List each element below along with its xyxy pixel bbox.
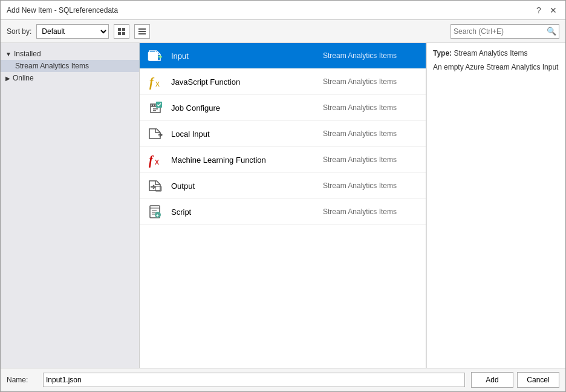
close-button[interactable]: ✕ [547, 4, 559, 16]
list-item-ml-function[interactable]: f x Machine Learning Function Stream Ana… [140, 147, 426, 173]
title-bar-controls: ? ✕ [533, 4, 559, 16]
detail-type-row: Type: Stream Analytics Items [433, 49, 559, 57]
title-bar: Add New Item - SQLreferencedata ? ✕ [1, 1, 565, 20]
sidebar-item-stream-analytics-label: Stream Analytics Items [15, 62, 89, 70]
list-item-input[interactable]: Input Stream Analytics Items [140, 43, 426, 69]
output-icon [146, 176, 165, 195]
js-function-icon: f x [146, 72, 165, 91]
help-button[interactable]: ? [533, 4, 545, 16]
name-input[interactable] [43, 373, 465, 387]
installed-section: ▼ Installed Stream Analytics Items [1, 48, 139, 72]
local-input-category: Stream Analytics Items [323, 129, 420, 138]
main-content: ▼ Installed Stream Analytics Items ▶ Onl… [1, 43, 565, 368]
svg-rect-6 [138, 33, 146, 34]
detail-pane: Type: Stream Analytics Items An empty Az… [426, 43, 565, 368]
output-category: Stream Analytics Items [323, 181, 420, 190]
ml-function-category: Stream Analytics Items [323, 155, 420, 164]
detail-type-label: Type: [433, 49, 452, 57]
svg-rect-3 [122, 32, 125, 35]
job-configure-name: Job Configure [171, 103, 323, 113]
grid-view-button[interactable] [114, 24, 129, 39]
svg-rect-4 [138, 28, 146, 30]
installed-label: Installed [14, 50, 41, 58]
add-button[interactable]: Add [471, 372, 513, 388]
installed-section-header[interactable]: ▼ Installed [1, 48, 139, 60]
svg-text:f: f [149, 76, 155, 90]
item-list: Input Stream Analytics Items f x JavaScr… [140, 43, 426, 368]
sidebar: ▼ Installed Stream Analytics Items ▶ Onl… [1, 43, 140, 368]
toolbar: Sort by: DefaultNameCategory 🔍 [1, 20, 565, 43]
js-function-category: Stream Analytics Items [323, 77, 420, 86]
svg-rect-2 [118, 32, 121, 35]
sidebar-item-stream-analytics[interactable]: Stream Analytics Items [1, 60, 139, 72]
svg-rect-5 [138, 31, 146, 32]
job-configure-category: Stream Analytics Items [323, 103, 420, 112]
add-new-item-dialog: Add New Item - SQLreferencedata ? ✕ Sort… [0, 0, 566, 392]
svg-text:x: x [155, 79, 160, 88]
sort-label: Sort by: [7, 27, 31, 36]
svg-text:+: + [156, 213, 159, 218]
svg-point-11 [154, 105, 156, 106]
search-input[interactable] [454, 27, 547, 36]
sort-select[interactable]: DefaultNameCategory [36, 24, 109, 39]
ml-function-name: Machine Learning Function [171, 155, 323, 165]
script-category: Stream Analytics Items [323, 207, 420, 216]
online-section: ▶ Online [1, 72, 139, 84]
list-view-button[interactable] [134, 24, 150, 39]
input-name: Input [171, 51, 323, 60]
search-icon: 🔍 [547, 27, 556, 36]
action-buttons: Add Cancel [471, 372, 559, 388]
name-label: Name: [7, 376, 37, 384]
list-item-job-configure[interactable]: Job Configure Stream Analytics Items [140, 95, 426, 121]
local-input-name: Local Input [171, 129, 323, 139]
online-expand-arrow: ▶ [5, 75, 10, 82]
list-item-output[interactable]: Output Stream Analytics Items [140, 173, 426, 199]
input-category: Stream Analytics Items [323, 51, 420, 60]
script-icon: + [146, 202, 165, 221]
script-name: Script [171, 207, 323, 217]
output-name: Output [171, 181, 323, 191]
online-section-header[interactable]: ▶ Online [1, 72, 139, 84]
detail-type-value: Stream Analytics Items [454, 49, 527, 57]
svg-rect-0 [118, 28, 121, 31]
cancel-button[interactable]: Cancel [517, 372, 559, 388]
svg-point-10 [152, 105, 154, 106]
list-item-script[interactable]: + Script Stream Analytics Items [140, 199, 426, 225]
svg-rect-1 [122, 28, 125, 31]
search-box: 🔍 [451, 24, 559, 39]
dialog-title: Add New Item - SQLreferencedata [7, 6, 118, 15]
svg-text:f: f [149, 154, 154, 168]
detail-description: An empty Azure Stream Analytics Input [433, 62, 559, 73]
installed-expand-arrow: ▼ [5, 51, 11, 57]
job-configure-icon [146, 98, 165, 117]
js-function-name: JavaScript Function [171, 77, 323, 87]
local-input-icon [146, 124, 165, 143]
list-item-js-function[interactable]: f x JavaScript Function Stream Analytics… [140, 69, 426, 95]
ml-function-icon: f x [146, 150, 165, 169]
list-item-local-input[interactable]: Local Input Stream Analytics Items [140, 121, 426, 147]
input-icon [146, 46, 165, 65]
bottom-bar: Name: Add Cancel [1, 368, 565, 391]
svg-text:x: x [155, 157, 159, 166]
online-label: Online [13, 74, 34, 82]
